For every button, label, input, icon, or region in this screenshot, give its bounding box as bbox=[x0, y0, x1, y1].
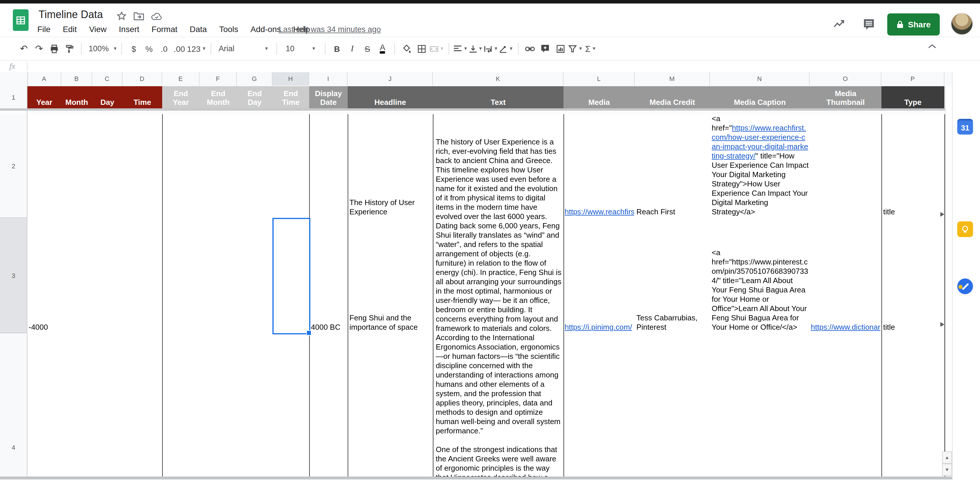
header-cell-end-month[interactable]: End Month bbox=[199, 86, 237, 108]
print-button[interactable] bbox=[47, 41, 62, 56]
insert-chart-button[interactable] bbox=[553, 41, 568, 56]
menu-data[interactable]: Data bbox=[189, 24, 207, 34]
more-formats-button[interactable]: 123▼ bbox=[187, 41, 207, 56]
scroll-down-button[interactable]: ▼ bbox=[942, 464, 952, 476]
undo-button[interactable]: ↶ bbox=[16, 41, 32, 56]
header-cell-end-time[interactable]: End Time bbox=[272, 86, 309, 108]
fill-color-button[interactable] bbox=[399, 41, 414, 56]
cell-L3[interactable]: https://i.pinimg.com/ bbox=[565, 323, 634, 332]
menu-addons[interactable]: Add-ons bbox=[251, 24, 281, 34]
header-cell-media-caption[interactable]: Media Caption bbox=[710, 86, 810, 108]
column-header-J[interactable]: J bbox=[348, 72, 433, 86]
text-color-button[interactable]: A bbox=[375, 41, 390, 56]
column-header-F[interactable]: F bbox=[199, 72, 237, 86]
borders-button[interactable] bbox=[414, 41, 429, 56]
header-cell-text[interactable]: Text bbox=[433, 86, 563, 108]
selected-cell-H3[interactable] bbox=[272, 218, 310, 334]
star-icon[interactable] bbox=[117, 11, 127, 23]
horizontal-align-button[interactable]: ▼ bbox=[453, 41, 468, 56]
menu-insert[interactable]: Insert bbox=[119, 24, 139, 34]
tasks-icon[interactable] bbox=[957, 279, 973, 294]
header-cell-end-day[interactable]: End Day bbox=[237, 86, 272, 108]
redo-button[interactable]: ↷ bbox=[32, 41, 47, 56]
header-cell-time[interactable]: Time bbox=[123, 86, 162, 108]
select-all-corner[interactable] bbox=[0, 72, 28, 86]
menu-tools[interactable]: Tools bbox=[219, 24, 238, 34]
insights-icon[interactable] bbox=[833, 19, 846, 32]
share-button[interactable]: Share bbox=[887, 13, 940, 35]
text-wrap-button[interactable]: ▼ bbox=[483, 41, 498, 56]
format-percent-button[interactable]: % bbox=[142, 41, 157, 56]
document-title[interactable]: Timeline Data bbox=[38, 9, 103, 21]
vertical-scrollbar[interactable] bbox=[945, 86, 953, 477]
header-cell-media-credit[interactable]: Media Credit bbox=[635, 86, 710, 108]
header-cell-headline[interactable]: Headline bbox=[348, 86, 433, 108]
cell-O3[interactable]: https://www.dictionar bbox=[811, 323, 881, 332]
text-rotation-button[interactable]: ▼ bbox=[498, 41, 514, 56]
formula-bar[interactable]: fx bbox=[0, 60, 980, 73]
zoom-select[interactable]: 100%▼ bbox=[86, 41, 118, 56]
horizontal-scrollbar[interactable] bbox=[0, 477, 952, 479]
column-header-N[interactable]: N bbox=[710, 72, 810, 86]
hide-menus-button[interactable] bbox=[928, 41, 937, 51]
spreadsheet-grid[interactable]: Year Month Day Time End Year End Month E… bbox=[0, 86, 952, 477]
increase-decimal-button[interactable]: .00 bbox=[172, 41, 187, 56]
font-select[interactable]: Arial▼ bbox=[215, 41, 272, 56]
cell-L2[interactable]: https://www.reachfirs bbox=[565, 208, 634, 217]
functions-button[interactable]: Σ▼ bbox=[583, 41, 598, 56]
cell-N3[interactable]: <a href="https://www.pinterest.c om/pin/… bbox=[712, 248, 809, 332]
italic-button[interactable]: I bbox=[344, 41, 360, 56]
account-avatar[interactable] bbox=[951, 13, 973, 35]
cell-M3[interactable]: Tess Cabarrubias, Pinterest bbox=[636, 314, 708, 332]
header-cell-month[interactable]: Month bbox=[61, 86, 92, 108]
vertical-align-button[interactable]: ▼ bbox=[468, 41, 483, 56]
column-header-M[interactable]: M bbox=[635, 72, 710, 86]
sheets-logo-icon[interactable] bbox=[13, 10, 29, 31]
bold-button[interactable]: B bbox=[329, 41, 344, 56]
format-currency-button[interactable]: $ bbox=[126, 41, 142, 56]
menu-view[interactable]: View bbox=[89, 24, 107, 34]
strikethrough-button[interactable]: S bbox=[360, 41, 375, 56]
comment-history-icon[interactable] bbox=[862, 17, 876, 34]
merge-cells-button[interactable]: ▼ bbox=[429, 41, 444, 56]
cell-A3[interactable]: -4000 bbox=[29, 323, 48, 332]
decrease-decimal-button[interactable]: .0 bbox=[157, 41, 172, 56]
column-header-G[interactable]: G bbox=[237, 72, 272, 86]
cell-N2[interactable]: <a href="https://www.reachfirst. com/how… bbox=[712, 114, 809, 217]
column-header-P[interactable]: P bbox=[881, 72, 944, 86]
menu-format[interactable]: Format bbox=[152, 24, 178, 34]
menu-file[interactable]: File bbox=[37, 24, 51, 34]
insert-comment-button[interactable] bbox=[538, 41, 553, 56]
move-to-folder-icon[interactable] bbox=[134, 12, 144, 23]
column-header-H-selected[interactable]: H bbox=[272, 72, 309, 86]
cell-I3[interactable]: 4000 BC bbox=[311, 323, 340, 332]
header-cell-media[interactable]: Media bbox=[563, 86, 635, 108]
column-header-D[interactable]: D bbox=[123, 72, 162, 86]
filter-button[interactable]: ▼ bbox=[568, 41, 583, 56]
cloud-status-icon[interactable] bbox=[151, 12, 162, 22]
cell-J3[interactable]: Feng Shui and the importance of space bbox=[349, 314, 429, 332]
column-header-I[interactable]: I bbox=[309, 72, 348, 86]
row-header-1[interactable]: 1 bbox=[0, 86, 27, 108]
column-header-K[interactable]: K bbox=[433, 72, 563, 86]
menu-edit[interactable]: Edit bbox=[63, 24, 77, 34]
row-header-4[interactable]: 4 bbox=[0, 333, 27, 477]
row-header-2[interactable]: 2 bbox=[0, 114, 27, 218]
header-cell-year[interactable]: Year bbox=[27, 86, 61, 108]
cell-K-text-block[interactable]: The history of User Experience is a rich… bbox=[436, 138, 563, 477]
cell-J2[interactable]: The History of User Experience bbox=[349, 198, 430, 217]
cell-P2[interactable]: title bbox=[883, 208, 895, 217]
header-cell-display-date[interactable]: Display Date bbox=[309, 86, 348, 108]
column-header-L[interactable]: L bbox=[563, 72, 635, 86]
cell-P3[interactable]: title bbox=[883, 323, 895, 332]
column-header-E[interactable]: E bbox=[162, 72, 199, 86]
column-header-C[interactable]: C bbox=[92, 72, 123, 86]
header-cell-day[interactable]: Day bbox=[92, 86, 123, 108]
calendar-icon[interactable]: 31 bbox=[957, 119, 973, 135]
header-cell-media-thumbnail[interactable]: Media Thumbnail bbox=[810, 86, 881, 108]
cell-M2[interactable]: Reach First bbox=[636, 208, 709, 217]
fill-handle[interactable] bbox=[306, 330, 312, 336]
header-cell-end-year[interactable]: End Year bbox=[162, 86, 199, 108]
last-edit-link[interactable]: Last edit was 34 minutes ago bbox=[279, 25, 381, 34]
font-size-select[interactable]: 10▼ bbox=[281, 41, 321, 56]
